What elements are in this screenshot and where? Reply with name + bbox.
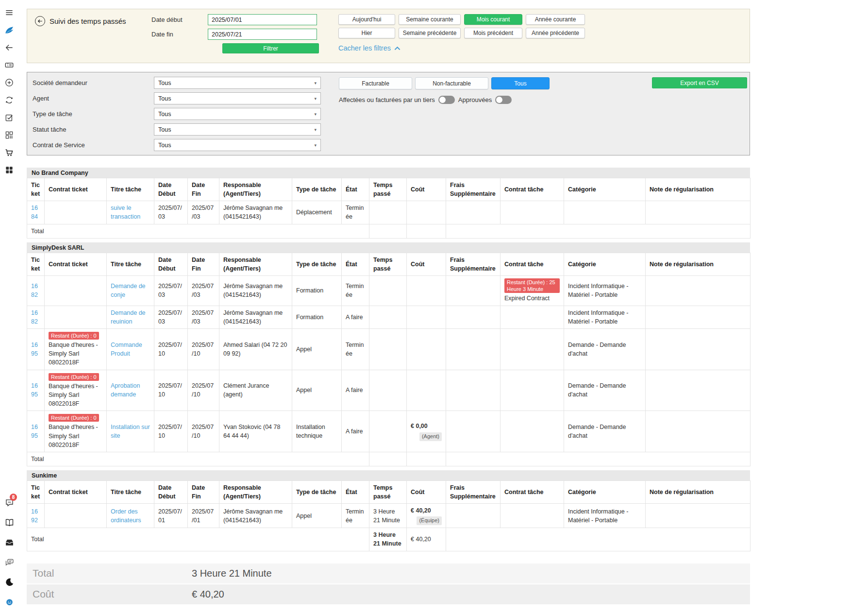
back-button[interactable] — [35, 16, 45, 26]
societe-demandeur-select[interactable]: Tous▾ — [154, 77, 321, 89]
brand-logo-icon[interactable] — [0, 21, 18, 39]
column-header: Date Fin — [188, 253, 219, 275]
assistant-icon[interactable] — [0, 592, 18, 612]
chat-notification-icon[interactable]: 8 — [0, 493, 18, 513]
contrat-tache-cell: Restant (Durée) : 25 Heure 3 MinuteExpir… — [501, 275, 564, 306]
ticket-link[interactable]: 1695 — [31, 424, 38, 439]
quick-annee-courante-button[interactable]: Année courante — [526, 14, 585, 25]
column-header: Contrat ticket — [45, 480, 107, 503]
comments-icon[interactable] — [0, 552, 18, 572]
column-header: Titre tâche — [107, 480, 154, 503]
quick-annee-precedente-button[interactable]: Année précédente — [526, 28, 585, 38]
qrcode-icon[interactable] — [0, 126, 18, 144]
frais-cell — [446, 411, 501, 452]
ticket-link[interactable]: 1695 — [31, 342, 38, 357]
header-row: TicketContrat ticketTitre tâcheDate Débu… — [27, 480, 751, 503]
back-icon[interactable] — [0, 39, 18, 56]
ticket-cell: 1692 — [27, 504, 45, 528]
responsable-cell: Clément Jurance (agent) — [219, 370, 292, 411]
quick-semaine-precedente-button[interactable]: Semaine précédente — [399, 28, 461, 38]
table-row: 1695Restant (Durée) : 0Banque d'heures -… — [27, 411, 751, 452]
categorie-cell: Demande - Demande d'achat — [564, 328, 646, 370]
task-title-link[interactable]: Demande de reuinion — [111, 309, 146, 325]
quick-semaine-courante-button[interactable]: Semaine courante — [399, 14, 461, 25]
date-fin-cell: 2025/07/03 — [188, 201, 219, 224]
table-row: 1695Restant (Durée) : 0Banque d'heures -… — [27, 370, 751, 411]
ticket-link[interactable]: 1682 — [31, 283, 38, 298]
task-title-link[interactable]: Installation sur site — [111, 424, 150, 439]
quick-mois-courant-button[interactable]: Mois courant — [464, 14, 522, 25]
titre-tache-cell: Commande Produit — [107, 328, 154, 370]
date-fin-input[interactable] — [208, 29, 317, 40]
hide-filters-link[interactable]: Cacher les filtres — [338, 44, 401, 52]
etat-cell: A faire — [342, 370, 369, 411]
quick-mois-precedent-button[interactable]: Mois précédent — [464, 28, 522, 38]
add-circle-icon[interactable] — [0, 74, 18, 91]
ticket-link[interactable]: 1695 — [31, 382, 38, 398]
notification-count-badge: 8 — [10, 494, 17, 501]
ticket-cell: 1684 — [27, 201, 45, 224]
contrat-tache-cell — [501, 370, 564, 411]
filtrer-button[interactable]: Filtrer — [222, 43, 319, 53]
column-header: Ticket — [27, 178, 45, 201]
chevron-up-icon — [394, 46, 401, 51]
dark-mode-icon[interactable] — [0, 572, 18, 592]
cout-cell — [407, 328, 446, 370]
export-csv-button[interactable]: Export en CSV — [652, 77, 747, 88]
menu-icon[interactable] — [0, 4, 18, 21]
ticket-link[interactable]: 1684 — [31, 205, 38, 220]
third-party-toggle[interactable] — [438, 96, 455, 104]
contrat-service-select[interactable]: Tous▾ — [154, 139, 321, 151]
frais-cell — [446, 306, 501, 328]
agent-select[interactable]: Tous▾ — [154, 92, 321, 104]
contrat-tache-cell — [501, 411, 564, 452]
group-total-row: Total — [27, 224, 751, 238]
type-tache-cell: Déplacement — [292, 201, 342, 224]
quick-aujourdhui-button[interactable]: Aujourd'hui — [338, 14, 395, 25]
societe-demandeur-label: Société demandeur — [32, 79, 154, 86]
temps-passe-cell — [369, 411, 407, 452]
ticket-icon[interactable] — [0, 56, 18, 74]
apps-grid-icon[interactable] — [0, 161, 18, 179]
date-debut-cell: 2025/07/03 — [154, 201, 188, 224]
column-header: Catégorie — [564, 178, 646, 201]
temps-passe-cell — [369, 306, 407, 328]
group-total-temps — [369, 452, 407, 466]
summary-total-row: Total 3 Heure 21 Minute — [27, 564, 750, 583]
column-header: Date Fin — [188, 480, 219, 503]
note-cell — [646, 411, 751, 452]
contrat-ticket-cell — [45, 201, 107, 224]
task-title-link[interactable]: suive le transaction — [111, 205, 140, 220]
sync-icon[interactable] — [0, 91, 18, 109]
task-title-link[interactable]: Commande Produit — [111, 342, 142, 357]
ticket-link[interactable]: 1682 — [31, 309, 38, 325]
ticket-cell: 1695 — [27, 411, 45, 452]
header-row: TicketContrat ticketTitre tâcheDate Débu… — [27, 253, 751, 275]
inbox-icon[interactable] — [0, 532, 18, 552]
cart-icon[interactable] — [0, 144, 18, 161]
column-header: État — [342, 253, 369, 275]
table-row: 1695Restant (Durée) : 0Banque d'heures -… — [27, 328, 751, 370]
tous-button[interactable]: Tous — [491, 77, 550, 89]
ticket-link[interactable]: 1692 — [31, 508, 38, 524]
contrat-ticket-cell: Restant (Durée) : 0Banque d'heures - Sim… — [45, 370, 107, 411]
type-tache-select[interactable]: Tous▾ — [154, 108, 321, 120]
type-tache-cell: Appel — [292, 504, 342, 528]
task-title-link[interactable]: Aprobation demande — [111, 382, 140, 398]
frais-cell — [446, 275, 501, 306]
facturable-button[interactable]: Facturable — [339, 77, 412, 89]
date-debut-input[interactable] — [208, 14, 317, 25]
task-check-icon[interactable] — [0, 109, 18, 126]
task-title-link[interactable]: Order des ordinateurs — [111, 508, 141, 524]
statut-tache-select[interactable]: Tous▾ — [154, 123, 321, 136]
book-icon[interactable] — [0, 513, 18, 532]
quick-hier-button[interactable]: Hier — [338, 28, 395, 38]
date-debut-cell: 2025/07/01 — [154, 504, 188, 528]
approved-toggle[interactable] — [495, 96, 512, 104]
task-title-link[interactable]: Demande de conje — [111, 283, 146, 298]
non-facturable-button[interactable]: Non-facturable — [415, 77, 488, 89]
type-tache-cell: Formation — [292, 306, 342, 328]
date-debut-cell: 2025/07/10 — [154, 411, 188, 452]
group-total-row: Total — [27, 452, 751, 466]
contrat-ticket-cell — [45, 504, 107, 528]
